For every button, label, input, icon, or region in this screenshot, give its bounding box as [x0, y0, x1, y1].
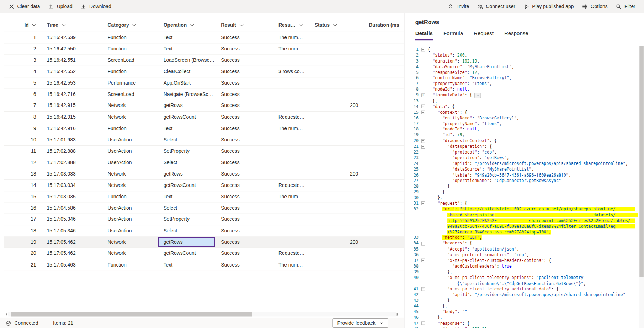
- cell-category[interactable]: Function: [102, 123, 158, 134]
- table-row[interactable]: 1915:17:05.462NetworkgetRowsSuccess200: [4, 237, 404, 248]
- cell-status[interactable]: [309, 77, 363, 88]
- cell-category[interactable]: UserAction: [102, 146, 158, 157]
- cell-detail[interactable]: 3 rows co…: [273, 66, 309, 77]
- table-row[interactable]: 1815:17:05.346UserActionSelectSuccess: [4, 225, 404, 237]
- tab-formula[interactable]: Formula: [443, 30, 463, 40]
- table-row[interactable]: 315:16:42.551ScreenLoadLoadScreen (Brows…: [4, 55, 404, 66]
- cell-status[interactable]: 200: [309, 237, 363, 248]
- fold-toggle-icon[interactable]: +: [419, 92, 427, 98]
- cell-result[interactable]: Success: [215, 146, 273, 157]
- cell-result[interactable]: Success: [215, 43, 273, 54]
- column-header-result-detail[interactable]: Resu…: [273, 18, 309, 32]
- cell-duration[interactable]: [363, 214, 404, 225]
- cell-id[interactable]: 6: [4, 89, 41, 100]
- cell-result[interactable]: Success: [215, 214, 273, 225]
- cell-duration[interactable]: [363, 168, 404, 179]
- cell-result[interactable]: Success: [215, 180, 273, 191]
- cell-operation[interactable]: getRows: [158, 168, 215, 179]
- cell-detail[interactable]: [273, 89, 309, 100]
- cell-result[interactable]: Success: [215, 168, 273, 179]
- cell-time[interactable]: 15:17:03.033: [41, 168, 102, 179]
- cell-status[interactable]: [309, 214, 363, 225]
- cell-operation[interactable]: getRowsCount: [158, 180, 215, 191]
- table-row[interactable]: 615:16:42.716ScreenLoadNavigate (BrowseS…: [4, 89, 404, 100]
- cell-detail[interactable]: The num…: [273, 43, 309, 54]
- cell-time[interactable]: 15:17:05.346: [41, 225, 102, 236]
- cell-time[interactable]: 15:17:05.462: [41, 237, 102, 248]
- cell-operation[interactable]: Text: [158, 191, 215, 202]
- vertical-scrollbar[interactable]: [639, 46, 644, 328]
- cell-category[interactable]: Function: [102, 66, 158, 77]
- cell-time[interactable]: 15:17:03.035: [41, 191, 102, 202]
- cell-id[interactable]: 14: [4, 180, 41, 191]
- cell-id[interactable]: 15: [4, 191, 41, 202]
- cell-detail[interactable]: [273, 225, 309, 236]
- play-published-app-button[interactable]: Play published app: [520, 1, 578, 12]
- cell-id[interactable]: 20: [4, 248, 41, 259]
- cell-id[interactable]: 3: [4, 55, 41, 66]
- cell-operation[interactable]: Text: [158, 32, 215, 43]
- cell-id[interactable]: 11: [4, 146, 41, 157]
- table-row[interactable]: 515:16:42.553PerformanceApp.OnStartSucce…: [4, 77, 404, 89]
- cell-operation[interactable]: Text: [158, 259, 215, 270]
- cell-status[interactable]: [309, 191, 363, 202]
- cell-duration[interactable]: [363, 134, 404, 145]
- cell-result[interactable]: Success: [215, 237, 273, 248]
- cell-time[interactable]: 15:17:02.888: [41, 157, 102, 168]
- cell-id[interactable]: 13: [4, 168, 41, 179]
- cell-detail[interactable]: The num…: [273, 259, 309, 270]
- cell-category[interactable]: UserAction: [102, 134, 158, 145]
- table-row[interactable]: 915:16:42.916FunctionTextSuccessThe num…: [4, 123, 404, 134]
- cell-detail[interactable]: The num…: [273, 191, 309, 202]
- tab-details[interactable]: Details: [415, 30, 433, 40]
- cell-time[interactable]: 15:16:42.915: [41, 100, 102, 111]
- cell-status[interactable]: 200: [309, 168, 363, 179]
- cell-status[interactable]: [309, 32, 363, 43]
- table-row[interactable]: 2015:17:05.462NetworkgetRowsCountSuccess…: [4, 248, 404, 259]
- fold-toggle-icon[interactable]: −: [419, 144, 427, 149]
- cell-result[interactable]: Success: [215, 32, 273, 43]
- cell-id[interactable]: 19: [4, 237, 41, 248]
- cell-status[interactable]: [309, 203, 363, 214]
- cell-result[interactable]: Success: [215, 203, 273, 214]
- cell-detail[interactable]: The num…: [273, 32, 309, 43]
- cell-id[interactable]: 12: [4, 157, 41, 168]
- cell-status[interactable]: [309, 43, 363, 54]
- cell-status[interactable]: [309, 248, 363, 259]
- cell-id[interactable]: 17: [4, 214, 41, 225]
- fold-toggle-icon[interactable]: −: [419, 286, 427, 292]
- download-button[interactable]: Download: [77, 1, 115, 12]
- table-row[interactable]: 1015:17:01.983UserActionSelectSuccess: [4, 134, 404, 146]
- clear-data-button[interactable]: Clear data: [5, 1, 44, 12]
- column-header-time[interactable]: Time: [41, 18, 102, 32]
- provide-feedback-button[interactable]: Provide feedback: [333, 318, 388, 327]
- cell-detail[interactable]: [273, 157, 309, 168]
- fold-toggle-icon[interactable]: −: [419, 104, 427, 109]
- cell-detail[interactable]: [273, 77, 309, 88]
- cell-id[interactable]: 21: [4, 259, 41, 270]
- cell-result[interactable]: Success: [215, 248, 273, 259]
- cell-id[interactable]: 2: [4, 43, 41, 54]
- fold-toggle-icon[interactable]: −: [419, 138, 427, 144]
- table-row[interactable]: 1415:17:03.034NetworkgetRowsCountSuccess…: [4, 180, 404, 191]
- cell-duration[interactable]: [363, 146, 404, 157]
- cell-id[interactable]: 9: [4, 123, 41, 134]
- cell-operation[interactable]: ClearCollect: [158, 66, 215, 77]
- cell-status[interactable]: [309, 55, 363, 66]
- column-header-result[interactable]: Result: [215, 18, 273, 32]
- cell-duration[interactable]: [363, 43, 404, 54]
- cell-result[interactable]: Success: [215, 134, 273, 145]
- fold-toggle-icon[interactable]: −: [419, 201, 427, 206]
- cell-category[interactable]: UserAction: [102, 157, 158, 168]
- cell-status[interactable]: [309, 66, 363, 77]
- cell-detail[interactable]: The num…: [273, 123, 309, 134]
- cell-duration[interactable]: [363, 180, 404, 191]
- fold-toggle-icon[interactable]: −: [419, 258, 427, 263]
- cell-time[interactable]: 15:17:05.463: [41, 259, 102, 270]
- cell-status[interactable]: [309, 112, 363, 123]
- cell-time[interactable]: 15:17:05.462: [41, 248, 102, 259]
- cell-duration[interactable]: [363, 89, 404, 100]
- cell-category[interactable]: Network: [102, 100, 158, 111]
- cell-duration[interactable]: [363, 112, 404, 123]
- cell-duration[interactable]: [363, 259, 404, 270]
